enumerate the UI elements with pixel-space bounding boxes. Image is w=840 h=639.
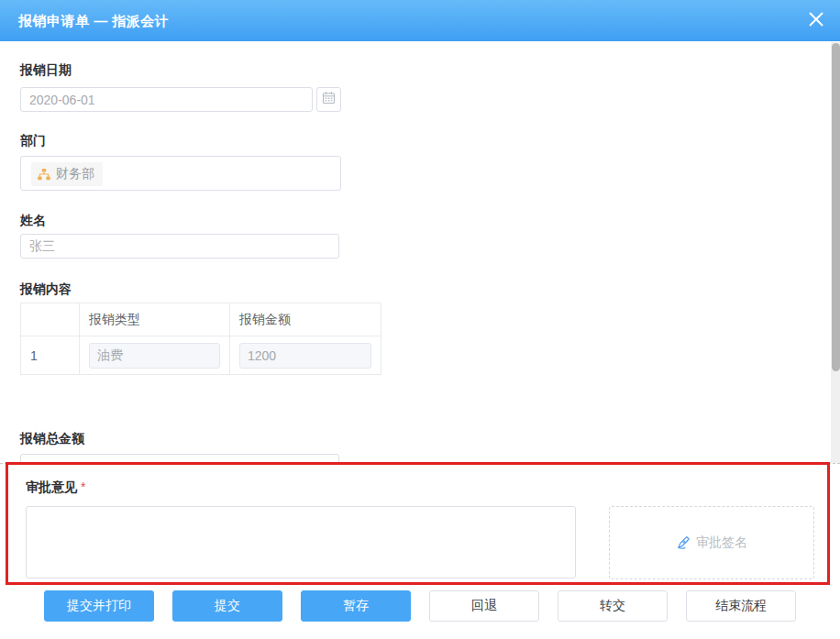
content-label: 报销内容	[20, 281, 72, 298]
items-header-type: 报销类型	[80, 303, 230, 336]
department-tag[interactable]: 财务部	[31, 162, 103, 186]
name-input[interactable]	[20, 234, 339, 259]
end-process-button[interactable]: 结束流程	[686, 590, 796, 622]
close-button[interactable]	[803, 8, 829, 34]
expense-type-input[interactable]	[89, 343, 220, 369]
approval-label-text: 审批意见	[26, 479, 77, 494]
date-picker-button[interactable]	[316, 87, 341, 112]
name-label: 姓名	[20, 213, 46, 229]
signature-button[interactable]: 审批签名	[609, 506, 814, 579]
items-table: 报销类型 报销金额 1	[20, 303, 381, 375]
dialog-title: 报销申请单 — 指派会计	[18, 0, 169, 41]
submit-print-button[interactable]: 提交并打印	[44, 590, 154, 622]
scrollbar-thumb[interactable]	[832, 43, 840, 371]
date-input[interactable]	[20, 87, 313, 112]
form-scroll-area: 报销日期 部门	[0, 41, 840, 463]
calendar-icon	[322, 91, 336, 108]
approval-label: 审批意见*	[26, 479, 85, 496]
section-divider	[0, 463, 840, 464]
items-header-index	[21, 303, 80, 336]
total-input[interactable]	[20, 454, 339, 463]
items-table-header-row: 报销类型 报销金额	[21, 303, 381, 336]
date-label: 报销日期	[20, 62, 72, 79]
approval-textarea[interactable]	[26, 506, 576, 578]
signature-pen-icon	[676, 535, 691, 550]
signature-label: 审批签名	[696, 534, 747, 551]
dialog-header: 报销申请单 — 指派会计	[0, 0, 840, 41]
transfer-button[interactable]: 转交	[558, 590, 668, 622]
department-label: 部门	[20, 133, 46, 149]
required-asterisk: *	[81, 479, 85, 494]
close-icon	[806, 9, 826, 33]
department-field[interactable]: 财务部	[20, 156, 341, 191]
submit-button[interactable]: 提交	[172, 590, 282, 622]
table-row: 1	[21, 336, 381, 375]
items-header-amount: 报销金额	[230, 303, 381, 336]
expense-amount-input[interactable]	[239, 343, 371, 369]
org-chart-icon	[37, 168, 51, 182]
row-index: 1	[21, 336, 80, 375]
department-tag-label: 财务部	[56, 166, 94, 182]
save-draft-button[interactable]: 暂存	[301, 590, 411, 622]
rollback-button[interactable]: 回退	[429, 590, 539, 622]
total-label: 报销总金额	[20, 431, 84, 447]
